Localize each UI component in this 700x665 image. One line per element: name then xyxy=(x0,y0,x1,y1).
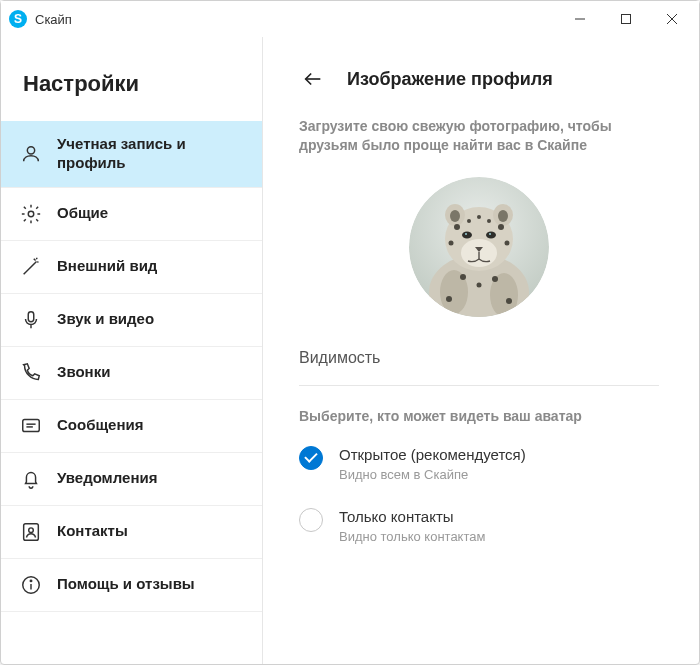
sidebar-item-label: Помощь и отзывы xyxy=(57,575,244,594)
visibility-section-label: Видимость xyxy=(299,349,659,386)
sidebar-item-calls[interactable]: Звонки xyxy=(1,347,262,400)
svg-rect-1 xyxy=(622,15,631,24)
svg-point-41 xyxy=(477,282,482,287)
magic-wand-icon xyxy=(19,255,43,279)
svg-point-30 xyxy=(489,233,491,235)
skype-logo-icon: S xyxy=(9,10,27,28)
svg-point-34 xyxy=(449,240,454,245)
svg-rect-7 xyxy=(23,419,40,431)
svg-point-11 xyxy=(29,527,34,532)
svg-point-5 xyxy=(28,211,34,217)
sidebar-item-label: Уведомления xyxy=(57,469,244,488)
settings-sidebar: Настройки Учетная запись и профиль Общие… xyxy=(1,37,263,664)
option-title: Открытое (рекомендуется) xyxy=(339,446,526,463)
sidebar-item-messages[interactable]: Сообщения xyxy=(1,400,262,453)
svg-rect-6 xyxy=(28,311,34,321)
sidebar-item-general[interactable]: Общие xyxy=(1,188,262,241)
sidebar-item-label: Контакты xyxy=(57,522,244,541)
svg-point-39 xyxy=(460,274,466,280)
svg-point-32 xyxy=(454,224,460,230)
visibility-option-contacts-only[interactable]: Только контакты Видно только контактам xyxy=(299,508,659,544)
svg-point-28 xyxy=(486,231,496,238)
main-header: Изображение профиля xyxy=(299,65,659,93)
window-title: Скайп xyxy=(35,12,557,27)
svg-point-37 xyxy=(487,219,491,223)
back-button[interactable] xyxy=(299,65,327,93)
radio-unselected-icon xyxy=(299,508,323,532)
account-icon xyxy=(19,142,43,166)
svg-point-27 xyxy=(462,231,472,238)
maximize-button[interactable] xyxy=(603,3,649,35)
svg-point-14 xyxy=(30,580,31,581)
avatar-container xyxy=(299,177,659,317)
page-subtitle: Загрузите свою свежую фотографию, чтобы … xyxy=(299,117,659,155)
svg-point-38 xyxy=(477,215,481,219)
sidebar-item-label: Учетная запись и профиль xyxy=(57,135,244,173)
sidebar-item-label: Звонки xyxy=(57,363,244,382)
sidebar-item-help-feedback[interactable]: Помощь и отзывы xyxy=(1,559,262,612)
svg-point-4 xyxy=(27,146,34,153)
sidebar-item-label: Звук и видео xyxy=(57,310,244,329)
option-subtitle: Видно только контактам xyxy=(339,529,485,544)
gear-icon xyxy=(19,202,43,226)
message-icon xyxy=(19,414,43,438)
svg-point-42 xyxy=(446,296,452,302)
contacts-icon xyxy=(19,520,43,544)
svg-point-25 xyxy=(498,210,508,222)
sidebar-item-appearance[interactable]: Внешний вид xyxy=(1,241,262,294)
sidebar-item-contacts[interactable]: Контакты xyxy=(1,506,262,559)
sidebar-item-account-profile[interactable]: Учетная запись и профиль xyxy=(1,121,262,188)
visibility-option-public[interactable]: Открытое (рекомендуется) Видно всем в Ск… xyxy=(299,446,659,482)
titlebar: S Скайп xyxy=(1,1,699,37)
sidebar-title: Настройки xyxy=(1,57,262,121)
sidebar-item-label: Сообщения xyxy=(57,416,244,435)
svg-point-36 xyxy=(467,219,471,223)
option-title: Только контакты xyxy=(339,508,485,525)
profile-avatar[interactable] xyxy=(409,177,549,317)
svg-point-33 xyxy=(498,224,504,230)
info-icon xyxy=(19,573,43,597)
phone-icon xyxy=(19,361,43,385)
svg-point-40 xyxy=(492,276,498,282)
sidebar-item-label: Внешний вид xyxy=(57,257,244,276)
bell-icon xyxy=(19,467,43,491)
svg-point-29 xyxy=(465,233,467,235)
app-window: S Скайп Настройки Учетная запись и профи… xyxy=(0,0,700,665)
sidebar-item-audio-video[interactable]: Звук и видео xyxy=(1,294,262,347)
svg-point-43 xyxy=(506,298,512,304)
microphone-icon xyxy=(19,308,43,332)
svg-point-35 xyxy=(505,240,510,245)
main-panel: Изображение профиля Загрузите свою свежу… xyxy=(263,37,699,664)
minimize-button[interactable] xyxy=(557,3,603,35)
option-subtitle: Видно всем в Скайпе xyxy=(339,467,526,482)
sidebar-item-notifications[interactable]: Уведомления xyxy=(1,453,262,506)
page-title: Изображение профиля xyxy=(347,69,553,90)
close-button[interactable] xyxy=(649,3,695,35)
visibility-hint: Выберите, кто может видеть ваш аватар xyxy=(299,408,659,424)
sidebar-item-label: Общие xyxy=(57,204,244,223)
radio-selected-icon xyxy=(299,446,323,470)
svg-point-24 xyxy=(450,210,460,222)
content-area: Настройки Учетная запись и профиль Общие… xyxy=(1,37,699,664)
